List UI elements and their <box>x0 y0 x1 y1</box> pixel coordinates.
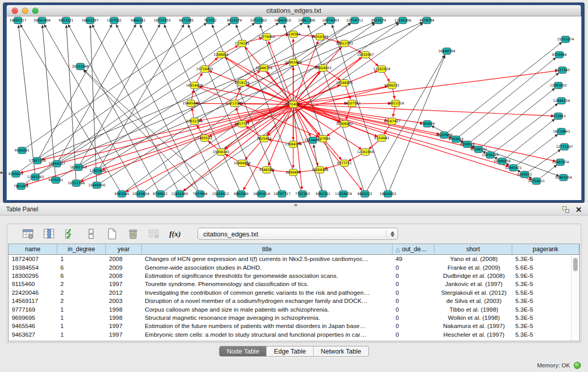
column-header-year[interactable]: year <box>106 244 142 254</box>
network-node[interactable]: 15722502 <box>250 17 267 24</box>
network-node[interactable]: 9466161 <box>131 17 146 24</box>
network-node[interactable]: 10993484 <box>285 59 301 66</box>
network-node[interactable]: 8215953 <box>551 113 566 120</box>
network-node[interactable]: 18754031 <box>528 178 545 185</box>
network-node[interactable]: 12632342 <box>186 118 203 125</box>
network-node[interactable]: 8815374 <box>227 17 242 24</box>
network-node[interactable]: 20153346 <box>72 63 89 70</box>
vertical-scrollbar[interactable] <box>571 255 579 341</box>
close-button[interactable] <box>12 8 18 14</box>
column-header-title[interactable]: title <box>142 244 393 254</box>
network-node[interactable]: 9329966 <box>552 52 567 58</box>
network-node[interactable]: 12093832 <box>550 82 567 89</box>
network-node[interactable]: 19612793 <box>336 40 353 47</box>
network-node[interactable]: 751552 <box>204 17 217 24</box>
network-node[interactable]: 16640910 <box>274 17 291 24</box>
network-node[interactable]: 15056512 <box>212 191 229 198</box>
network-node[interactable]: 9302351 <box>316 191 331 198</box>
network-node[interactable]: 9543245 <box>115 191 129 198</box>
network-node[interactable]: 9590261 <box>15 147 30 154</box>
network-node[interactable]: 15456345 <box>212 149 229 156</box>
minimize-button[interactable] <box>22 8 28 14</box>
network-node[interactable]: 7625402 <box>257 136 272 142</box>
network-node[interactable]: 16107552 <box>343 100 360 107</box>
tab-node-table[interactable]: Node Table <box>220 346 267 356</box>
table-row[interactable]: 911546021997Tourette syndrome. Phenomeno… <box>9 280 571 288</box>
network-node[interactable]: 7792363 <box>295 191 310 198</box>
network-node[interactable]: 10196532 <box>470 146 487 153</box>
column-header-out-de-[interactable]: △out_de… <box>393 244 434 254</box>
table-row[interactable]: 1938455462009Genome-wide association stu… <box>9 263 571 271</box>
network-node[interactable]: 10996058 <box>493 158 510 165</box>
table-row[interactable]: 1872400712008Changes of HCN gene express… <box>9 255 571 263</box>
network-node[interactable]: 10193654 <box>132 191 149 198</box>
network-node[interactable]: 2248084 <box>214 52 229 58</box>
memory-status-icon[interactable] <box>574 362 581 369</box>
delete-column-button[interactable] <box>126 227 140 240</box>
network-node[interactable]: 10653287 <box>81 17 98 24</box>
column-header-pagerank[interactable]: pagerank <box>512 244 579 254</box>
table-row[interactable]: 977716911998Corpus callosum shape and si… <box>9 305 571 313</box>
column-header-in-degree[interactable]: in_degree <box>57 244 106 254</box>
row-height-button[interactable] <box>84 227 98 240</box>
table-column-button[interactable] <box>42 227 56 240</box>
network-node[interactable]: 10719155 <box>154 17 170 24</box>
network-node[interactable]: 9154943 <box>375 135 389 142</box>
network-node[interactable]: 10711766 <box>68 180 84 187</box>
network-node[interactable]: 9546305 <box>259 167 274 173</box>
table-row[interactable]: 1830029562008Estimation of significance … <box>9 272 571 280</box>
network-node[interactable]: 7485533 <box>198 135 212 142</box>
select-columns-button[interactable] <box>63 227 77 240</box>
zoom-button[interactable] <box>32 8 38 14</box>
network-node[interactable]: 8099493 <box>286 169 301 176</box>
network-node[interactable]: 11431065 <box>171 191 188 198</box>
close-panel-icon[interactable]: ✕ <box>575 206 582 213</box>
network-node[interactable]: 9177751 <box>337 160 352 167</box>
network-node[interactable]: 15048950 <box>88 182 105 189</box>
splitter-grip[interactable] <box>294 204 297 206</box>
network-node[interactable]: 15832047 <box>357 52 374 58</box>
network-node[interactable]: 9671385 <box>179 17 194 24</box>
network-node[interactable]: 12754712 <box>346 17 363 24</box>
network-node[interactable]: 10994960 <box>233 160 250 167</box>
new-table-button[interactable] <box>105 227 119 240</box>
tab-edge-table[interactable]: Edge Table <box>267 346 313 356</box>
table-row[interactable]: 946554611997Estimation of the future num… <box>9 322 571 330</box>
network-node[interactable]: 15751074 <box>557 36 574 43</box>
network-node[interactable]: 8602222 <box>358 191 373 198</box>
table-row[interactable]: 946362711997Embryonic stem cells: a mode… <box>9 331 571 339</box>
network-node[interactable]: 10797717 <box>273 191 290 198</box>
network-node[interactable]: 15036245 <box>482 152 498 159</box>
network-node[interactable]: 16812216 <box>387 100 404 107</box>
network-canvas[interactable]: 1872400781303041125434919612793158320471… <box>7 16 581 200</box>
network-node[interactable]: 12161656 <box>357 149 374 156</box>
function-builder-button[interactable]: f(x) <box>168 227 182 240</box>
network-node[interactable]: 12444154 <box>553 98 570 104</box>
network-node[interactable]: 10974093 <box>322 17 339 24</box>
network-node[interactable]: 12773197 <box>556 144 573 150</box>
table-row[interactable]: 2242004622012Investigating the contribut… <box>9 289 571 297</box>
network-node[interactable]: 1527002 <box>107 17 122 24</box>
network-node[interactable]: 10654933 <box>314 65 331 72</box>
column-header-short[interactable]: short <box>434 244 512 254</box>
scrollbar-thumb[interactable] <box>573 258 578 271</box>
network-node[interactable]: 15134457 <box>304 137 321 144</box>
table-row[interactable]: 969969511998Structural magnetic resonanc… <box>9 314 571 322</box>
tab-network-table[interactable]: Network Table <box>314 346 368 356</box>
network-node[interactable]: 13584554 <box>285 141 301 148</box>
network-window-titlebar[interactable]: citations_edges.txt <box>7 5 581 16</box>
network-node[interactable]: 16093914 <box>253 191 270 198</box>
network-node[interactable]: 9227343 <box>555 67 570 74</box>
network-node[interactable]: 9586232 <box>385 82 400 89</box>
network-node[interactable]: 20891406 <box>33 17 50 24</box>
network-node[interactable]: 11583293 <box>27 174 43 181</box>
column-header-name[interactable]: name <box>9 244 57 254</box>
network-node[interactable]: 10167437 <box>383 118 400 125</box>
network-node[interactable]: 9245022 <box>517 171 532 178</box>
network-node[interactable]: 16648784 <box>438 48 455 55</box>
network-node[interactable]: 11483574 <box>552 159 569 166</box>
float-panel-icon[interactable] <box>562 206 569 213</box>
network-node[interactable]: 9862990 <box>234 191 249 198</box>
network-node[interactable]: 9853321 <box>59 17 74 24</box>
network-node[interactable]: 16958107 <box>48 161 65 167</box>
